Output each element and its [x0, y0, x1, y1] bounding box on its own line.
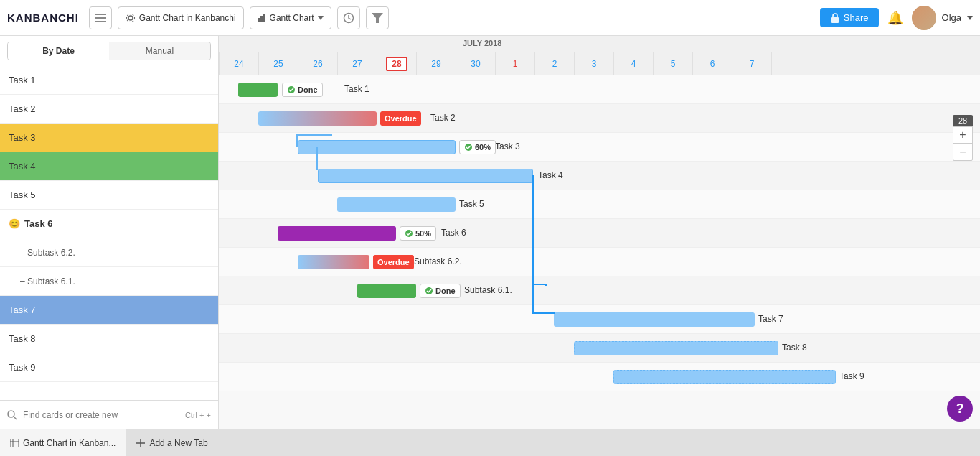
svg-rect-17 — [10, 439, 19, 447]
subtask62-bar[interactable] — [298, 255, 369, 269]
subtask61-bar[interactable] — [357, 284, 416, 298]
svg-line-12 — [14, 417, 17, 419]
task6-bar[interactable] — [278, 226, 396, 241]
day-cell-1: 1 — [495, 52, 534, 75]
by-date-toggle[interactable]: By Date — [8, 42, 109, 60]
add-tab-label: Add a New Tab — [149, 438, 207, 448]
bottom-tab-bar: Gantt Chart in Kanban... Add a New Tab — [0, 429, 980, 456]
plus-icon — [136, 439, 145, 447]
task-row-task7[interactable]: Task 7 — [0, 296, 218, 325]
task6-percent-badge: 50% — [400, 226, 436, 241]
task3-label: Task 3 — [495, 141, 520, 152]
gantt-chart-dropdown-button[interactable]: Gantt Chart — [250, 6, 331, 29]
lock-icon — [830, 13, 840, 23]
sidebar-toggle-icon — [95, 14, 106, 22]
task-row-subtask-6-1[interactable]: – Subtask 6.1. — [0, 267, 218, 296]
task5-label: Task 5 — [459, 199, 484, 209]
task7-label: Task 7 — [758, 314, 783, 324]
share-button[interactable]: Share — [820, 8, 879, 27]
zoom-out-button[interactable]: − — [953, 144, 973, 161]
task1-bar[interactable] — [238, 83, 278, 97]
help-button[interactable]: ? — [947, 396, 973, 422]
task9-bar[interactable] — [613, 370, 836, 384]
day-cell-29: 29 — [416, 52, 456, 75]
task4-label: Task 4 — [538, 170, 563, 180]
main-area: By Date Manual Task 1 Task 2 Task 3 Task… — [0, 36, 980, 429]
search-shortcut: Ctrl + + — [185, 411, 211, 419]
day-cell-26: 26 — [298, 52, 337, 75]
svg-rect-0 — [95, 14, 106, 15]
day-cell-24: 24 — [219, 52, 258, 75]
task7-bar[interactable] — [554, 312, 755, 327]
task2-label: Task 2 — [430, 113, 456, 123]
table-icon — [10, 439, 19, 447]
task-row-task8[interactable]: Task 8 — [0, 325, 218, 353]
gantt-day-row: 24 25 26 27 28 29 30 1 2 3 4 5 6 7 — [219, 52, 980, 75]
filter-button[interactable] — [366, 6, 389, 29]
search-bar: Ctrl + + — [0, 400, 218, 429]
svg-point-11 — [8, 411, 14, 417]
task5-bar[interactable] — [337, 197, 456, 212]
svg-point-3 — [128, 16, 133, 20]
task2-overdue-badge: Overdue — [380, 111, 421, 126]
day-cell-7: 7 — [732, 52, 771, 75]
task-row-task9[interactable]: Task 9 — [0, 353, 218, 382]
task-row[interactable]: 😊Task 6 — [0, 210, 218, 238]
user-name[interactable]: Olga — [942, 12, 961, 23]
subtask62-label: Subtask 6.2. — [414, 256, 462, 266]
task-row[interactable]: Task 1 — [0, 66, 218, 95]
search-input[interactable] — [23, 410, 179, 420]
svg-marker-9 — [372, 13, 383, 23]
gear-icon — [126, 13, 136, 23]
day-cell-6: 6 — [692, 52, 732, 75]
day-cell-extra — [771, 52, 811, 75]
zoom-controls: 28 + − — [953, 115, 973, 161]
chart-icon — [258, 14, 266, 22]
view-toggle: By Date Manual — [7, 42, 211, 60]
subtask61-label: Subtask 6.1. — [464, 285, 512, 295]
month-label: JULY 2018 — [456, 39, 501, 47]
gantt-chart-kanbanchi-tab[interactable]: Gantt Chart in Kanbanchi — [118, 6, 244, 29]
today-line — [377, 75, 377, 429]
gantt-area: JULY 2018 24 25 26 27 28 29 30 1 2 3 4 5… — [219, 36, 980, 429]
history-button[interactable] — [337, 6, 360, 29]
task-row[interactable]: Task 4 — [0, 152, 218, 181]
task4-bar[interactable] — [318, 169, 533, 183]
subtask62-overdue-badge: Overdue — [373, 255, 414, 269]
avatar[interactable] — [912, 6, 936, 30]
day-cell-3: 3 — [574, 52, 613, 75]
chevron-down-icon — [318, 16, 324, 20]
top-header: KANBANCHI Gantt Chart in Kanbanchi Gantt… — [0, 0, 980, 36]
user-dropdown-icon — [967, 16, 973, 20]
svg-rect-1 — [95, 17, 106, 19]
task1-done-badge: Done — [282, 83, 323, 97]
zoom-in-button[interactable]: + — [953, 126, 973, 144]
add-tab-button[interactable]: Add a New Tab — [126, 429, 217, 457]
task8-bar[interactable] — [574, 341, 778, 355]
manual-toggle[interactable]: Manual — [109, 42, 210, 60]
task9-label: Task 9 — [839, 371, 864, 381]
sidebar-toggle-button[interactable] — [89, 6, 112, 29]
left-panel: By Date Manual Task 1 Task 2 Task 3 Task… — [0, 36, 219, 429]
day-cell-28-today: 28 — [377, 52, 416, 75]
svg-rect-10 — [831, 17, 839, 23]
subtask61-done-badge: Done — [420, 284, 461, 298]
bottom-tab-label: Gantt Chart in Kanban... — [23, 438, 116, 448]
task2-bar[interactable] — [258, 111, 377, 126]
today-label: 28 — [386, 57, 407, 71]
gantt-body: Done Task 1 Overdue Task 2 60% Task 3 — [219, 75, 980, 429]
task6-label: Task 6 — [441, 228, 466, 238]
task-row[interactable]: Task 3 — [0, 124, 218, 152]
svg-rect-7 — [263, 14, 265, 22]
notification-bell-icon[interactable]: 🔔 — [887, 10, 903, 26]
task3-percent-badge: 60% — [459, 140, 496, 154]
task-row-subtask-6-2[interactable]: – Subtask 6.2. — [0, 238, 218, 267]
gantt-chart-tab[interactable]: Gantt Chart in Kanban... — [0, 429, 126, 457]
svg-rect-6 — [260, 16, 263, 22]
task-row[interactable]: Task 5 — [0, 181, 218, 210]
gantt-month-row: JULY 2018 — [219, 36, 980, 52]
day-cell-5: 5 — [653, 52, 692, 75]
history-icon — [343, 12, 354, 24]
task-row[interactable]: Task 2 — [0, 95, 218, 124]
task8-label: Task 8 — [782, 343, 807, 353]
